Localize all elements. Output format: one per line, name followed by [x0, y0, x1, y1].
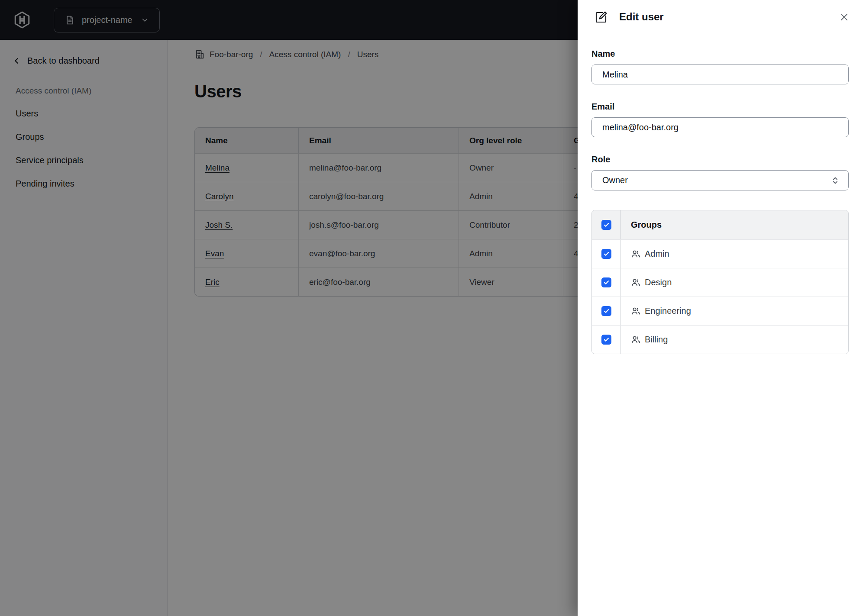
- drawer-body: Name Email Role Owner: [578, 48, 866, 354]
- email-field[interactable]: [591, 117, 849, 137]
- drawer-title: Edit user: [619, 11, 664, 23]
- users-icon: [631, 306, 641, 316]
- checkmark-icon: [603, 251, 610, 257]
- close-button[interactable]: [837, 10, 850, 23]
- groups-header-label: Groups: [631, 220, 662, 230]
- users-icon: [631, 335, 641, 345]
- checkmark-icon: [603, 308, 610, 314]
- role-field-label: Role: [591, 154, 849, 164]
- group-row: Billing: [592, 325, 848, 354]
- name-field-label: Name: [591, 48, 849, 59]
- users-icon: [631, 249, 641, 259]
- role-select[interactable]: Owner: [591, 170, 849, 190]
- checkmark-icon: [603, 279, 610, 286]
- group-checkbox[interactable]: [601, 306, 611, 316]
- checkmark-icon: [603, 222, 610, 228]
- groups-picker-header: Groups: [592, 210, 848, 239]
- group-checkbox[interactable]: [601, 249, 611, 259]
- group-row: Design: [592, 268, 848, 297]
- group-name-label: Engineering: [645, 306, 691, 316]
- checkmark-icon: [603, 336, 610, 343]
- users-icon: [631, 277, 641, 287]
- caret-updown-icon: [830, 175, 840, 186]
- group-row: Admin: [592, 239, 848, 268]
- email-field-label: Email: [591, 101, 849, 112]
- group-checkbox[interactable]: [601, 277, 611, 287]
- drawer-header: Edit user: [578, 0, 866, 34]
- role-selected-value: Owner: [602, 175, 628, 185]
- edit-pencil-icon: [594, 10, 608, 24]
- edit-user-drawer: Edit user Name Email Role Owner: [578, 0, 866, 616]
- group-name-label: Billing: [645, 335, 668, 345]
- name-field[interactable]: [591, 65, 849, 84]
- select-all-groups-checkbox[interactable]: [601, 220, 611, 230]
- group-name-label: Design: [645, 277, 672, 287]
- close-icon: [839, 12, 849, 22]
- group-name-label: Admin: [645, 249, 669, 259]
- screen: project-name Back to dashboard Access co…: [0, 0, 866, 616]
- group-checkbox[interactable]: [601, 335, 611, 345]
- groups-picker: Groups Admin: [591, 210, 849, 354]
- group-row: Engineering: [592, 297, 848, 325]
